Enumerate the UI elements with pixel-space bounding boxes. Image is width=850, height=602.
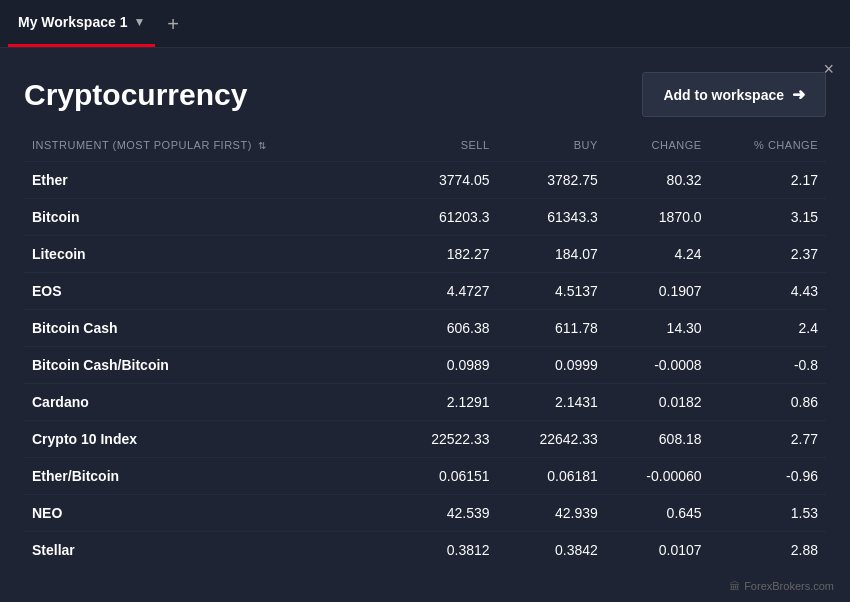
chevron-down-icon: ▼ (133, 15, 145, 29)
tab-bar: My Workspace 1 ▼ + (0, 0, 850, 48)
cell-instrument: Litecoin (24, 236, 389, 273)
cell-pct-change: 3.15 (710, 199, 826, 236)
close-button[interactable]: × (823, 60, 834, 78)
cell-pct-change: 2.77 (710, 421, 826, 458)
table-header-row: INSTRUMENT (most popular first) ⇅ SELL B… (24, 133, 826, 162)
watermark: 🏛 ForexBrokers.com (729, 580, 834, 592)
cell-change: 0.645 (606, 495, 710, 532)
add-to-workspace-button[interactable]: Add to workspace ➜ (642, 72, 826, 117)
table-wrapper: INSTRUMENT (most popular first) ⇅ SELL B… (0, 133, 850, 568)
table-row[interactable]: EOS4.47274.51370.19074.43 (24, 273, 826, 310)
cell-sell: 2.1291 (389, 384, 497, 421)
cell-buy: 0.06181 (498, 458, 606, 495)
main-panel: × Cryptocurrency Add to workspace ➜ INST… (0, 48, 850, 602)
cell-pct-change: 1.53 (710, 495, 826, 532)
cell-pct-change: 2.17 (710, 162, 826, 199)
col-pct-change: % CHANGE (710, 133, 826, 162)
cell-change: 608.18 (606, 421, 710, 458)
watermark-label: ForexBrokers.com (744, 580, 834, 592)
cell-instrument: Ether (24, 162, 389, 199)
cell-pct-change: 2.88 (710, 532, 826, 569)
cell-pct-change: 2.37 (710, 236, 826, 273)
cell-pct-change: 4.43 (710, 273, 826, 310)
cell-buy: 2.1431 (498, 384, 606, 421)
table-row[interactable]: Cardano2.12912.14310.01820.86 (24, 384, 826, 421)
cell-sell: 0.0989 (389, 347, 497, 384)
cell-change: 0.0107 (606, 532, 710, 569)
col-sell: SELL (389, 133, 497, 162)
cell-buy: 22642.33 (498, 421, 606, 458)
crypto-table: INSTRUMENT (most popular first) ⇅ SELL B… (24, 133, 826, 568)
table-row[interactable]: Bitcoin61203.361343.31870.03.15 (24, 199, 826, 236)
col-change: CHANGE (606, 133, 710, 162)
cell-buy: 3782.75 (498, 162, 606, 199)
cell-buy: 4.5137 (498, 273, 606, 310)
cell-buy: 611.78 (498, 310, 606, 347)
cell-sell: 3774.05 (389, 162, 497, 199)
cell-pct-change: -0.8 (710, 347, 826, 384)
table-row[interactable]: Ether/Bitcoin0.061510.06181-0.00060-0.96 (24, 458, 826, 495)
cell-instrument: Bitcoin Cash/Bitcoin (24, 347, 389, 384)
watermark-logo-icon: 🏛 (729, 580, 740, 592)
cell-sell: 4.4727 (389, 273, 497, 310)
cell-instrument: NEO (24, 495, 389, 532)
cell-buy: 0.3842 (498, 532, 606, 569)
cell-change: 1870.0 (606, 199, 710, 236)
cell-buy: 61343.3 (498, 199, 606, 236)
table-row[interactable]: Crypto 10 Index22522.3322642.33608.182.7… (24, 421, 826, 458)
cell-change: 0.1907 (606, 273, 710, 310)
cell-sell: 0.3812 (389, 532, 497, 569)
cell-change: -0.00060 (606, 458, 710, 495)
cell-change: 14.30 (606, 310, 710, 347)
col-buy: BUY (498, 133, 606, 162)
table-row[interactable]: Bitcoin Cash606.38611.7814.302.4 (24, 310, 826, 347)
cell-instrument: Crypto 10 Index (24, 421, 389, 458)
cell-instrument: EOS (24, 273, 389, 310)
table-row[interactable]: Ether3774.053782.7580.322.17 (24, 162, 826, 199)
col-instrument[interactable]: INSTRUMENT (most popular first) ⇅ (24, 133, 389, 162)
sort-icon: ⇅ (258, 140, 267, 151)
table-row[interactable]: Litecoin182.27184.074.242.37 (24, 236, 826, 273)
panel-header: Cryptocurrency Add to workspace ➜ (0, 48, 850, 133)
cell-instrument: Stellar (24, 532, 389, 569)
cell-sell: 61203.3 (389, 199, 497, 236)
cell-pct-change: -0.96 (710, 458, 826, 495)
cell-pct-change: 2.4 (710, 310, 826, 347)
workspace-tab-label: My Workspace 1 (18, 14, 127, 30)
cell-sell: 22522.33 (389, 421, 497, 458)
table-row[interactable]: NEO42.53942.9390.6451.53 (24, 495, 826, 532)
cell-buy: 0.0999 (498, 347, 606, 384)
cell-buy: 42.939 (498, 495, 606, 532)
table-row[interactable]: Bitcoin Cash/Bitcoin0.09890.0999-0.0008-… (24, 347, 826, 384)
cell-buy: 184.07 (498, 236, 606, 273)
cell-pct-change: 0.86 (710, 384, 826, 421)
cell-change: 4.24 (606, 236, 710, 273)
cell-instrument: Bitcoin Cash (24, 310, 389, 347)
add-workspace-button[interactable]: + (167, 14, 179, 34)
cell-sell: 42.539 (389, 495, 497, 532)
cell-instrument: Ether/Bitcoin (24, 458, 389, 495)
add-to-workspace-label: Add to workspace (663, 87, 784, 103)
cell-change: 0.0182 (606, 384, 710, 421)
cell-change: 80.32 (606, 162, 710, 199)
cell-sell: 182.27 (389, 236, 497, 273)
table-row[interactable]: Stellar0.38120.38420.01072.88 (24, 532, 826, 569)
arrow-right-icon: ➜ (792, 85, 805, 104)
cell-sell: 0.06151 (389, 458, 497, 495)
cell-instrument: Bitcoin (24, 199, 389, 236)
workspace-tab[interactable]: My Workspace 1 ▼ (8, 0, 155, 47)
cell-sell: 606.38 (389, 310, 497, 347)
cell-instrument: Cardano (24, 384, 389, 421)
page-title: Cryptocurrency (24, 78, 247, 112)
cell-change: -0.0008 (606, 347, 710, 384)
